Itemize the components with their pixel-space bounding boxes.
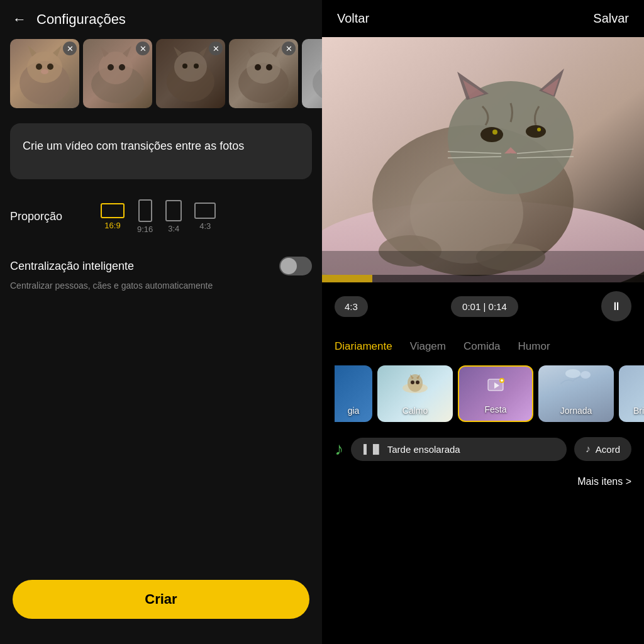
proportion-ratio-16-9: 16:9 [104,221,120,230]
tab-viagem[interactable]: Viagem [410,340,446,353]
right-header: Voltar Salvar [322,0,644,37]
aspect-badge: 4:3 [335,296,368,317]
time-current: 0:01 [462,301,480,312]
photo-thumb-5[interactable] [302,39,322,108]
theme-jornada-icon [560,369,592,391]
svg-point-41 [492,130,497,135]
photo-thumb-1[interactable]: ✕ [10,39,79,108]
more-items-section: Mais itens > [322,471,644,492]
cat-preview-image [322,37,644,282]
smart-center-title: Centralização inteligente [10,260,134,273]
remove-photo-2[interactable]: ✕ [136,42,150,55]
left-header: ← Configurações [0,0,322,39]
theme-magia[interactable]: gia [335,365,372,422]
theme-calmo-label: Calmo [402,406,428,416]
back-button[interactable]: ← [13,11,26,28]
voltar-button[interactable]: Voltar [337,11,369,26]
proportion-label: Proporção [10,210,86,223]
svg-point-4 [36,64,42,70]
toggle-knob [280,258,297,274]
svg-point-63 [565,369,580,378]
tab-diariamente[interactable]: Diariamente [335,340,392,353]
create-button[interactable]: Criar [13,580,309,619]
proportion-icon-4-3 [194,203,216,219]
svg-point-25 [266,64,272,70]
music-track-2-name: Acord [596,444,620,455]
svg-point-21 [247,52,280,84]
proportion-ratio-9-16: 9:16 [137,225,153,234]
theme-magia-label: gia [348,406,360,416]
description-text: Crie um vídeo com transições entre as fo… [23,140,244,152]
svg-point-42 [537,128,541,131]
svg-point-40 [526,125,546,138]
right-panel: Voltar Salvar [322,0,644,644]
theme-bris[interactable]: Bris [619,365,644,422]
theme-bris-label: Bris [633,406,644,416]
proportion-options: 16:9 9:16 3:4 4:3 [101,199,216,234]
smart-center-toggle[interactable] [279,257,312,275]
time-separator: | [483,301,488,312]
salvar-button[interactable]: Salvar [593,11,629,26]
page-title: Configurações [36,11,126,28]
proportion-icon-9-16 [138,199,152,222]
tab-comida[interactable]: Comida [464,340,501,353]
create-button-label: Criar [145,591,177,608]
proportion-section: Proporção 16:9 9:16 3:4 4:3 [0,184,322,244]
svg-point-39 [480,127,503,142]
music-track-1-name: Tarde ensolarada [387,444,460,455]
smart-center-row: Centralização inteligente [10,257,312,275]
theme-calmo[interactable]: Calmo [377,365,453,422]
svg-point-54 [408,374,423,392]
theme-jornada[interactable]: Jornada [538,365,614,422]
svg-point-62 [580,371,591,379]
photo-thumb-3[interactable]: ✕ [156,39,225,108]
remove-photo-4[interactable]: ✕ [282,42,296,55]
svg-point-58 [416,380,419,384]
remove-photo-3[interactable]: ✕ [209,42,223,55]
left-panel: ← Configurações ✕ ✕ [0,0,322,644]
theme-festa-icon [486,375,506,396]
proportion-ratio-3-4: 3:4 [168,224,179,233]
proportion-9-16[interactable]: 9:16 [137,199,153,234]
smart-center-section: Centralização inteligente Centralizar pe… [0,244,322,303]
svg-point-15 [174,52,207,82]
description-box: Crie um vídeo com transições entre as fo… [10,123,312,179]
music-note-icon-2: ♪ [586,443,591,455]
music-track-1[interactable]: ▌▐▌ Tarde ensolarada [351,438,567,461]
theme-festa[interactable]: Festa [458,365,533,422]
photo-thumb-4[interactable]: ✕ [229,39,298,108]
proportion-icon-3-4 [165,200,182,221]
proportion-3-4[interactable]: 3:4 [165,200,182,233]
time-display: 0:01 | 0:14 [451,296,518,317]
svg-point-24 [255,64,261,70]
music-section: ♪ ▌▐▌ Tarde ensolarada ♪ Acord [322,427,644,471]
theme-festa-label: Festa [484,404,506,414]
photo-strip: ✕ ✕ ✕ [0,39,322,118]
svg-point-8 [99,52,133,84]
svg-point-12 [119,64,125,70]
proportion-icon-16-9 [101,203,125,218]
remove-photo-1[interactable]: ✕ [63,42,77,55]
theme-calmo-icon [399,370,431,396]
theme-strip: gia Calmo Festa [322,360,644,427]
music-track-2[interactable]: ♪ Acord [574,437,631,461]
time-total: 0:14 [489,301,507,312]
svg-rect-52 [322,275,372,282]
svg-point-57 [411,380,414,384]
theme-jornada-label: Jornada [560,406,592,416]
smart-center-subtitle: Centralizar pessoas, cães e gatos automa… [10,280,312,291]
more-items-link[interactable]: Mais itens > [577,476,631,487]
tab-humor[interactable]: Humor [518,340,550,353]
svg-point-19 [194,64,199,69]
music-bar-icon: ▌▐▌ [364,444,382,454]
proportion-4-3[interactable]: 4:3 [194,203,216,231]
proportion-16-9[interactable]: 16:9 [101,203,125,230]
photo-thumb-2[interactable]: ✕ [83,39,152,108]
svg-point-18 [182,64,187,69]
svg-point-5 [47,64,53,70]
play-pause-button[interactable]: ⏸ [601,291,631,321]
playback-bar: 4:3 0:01 | 0:14 ⏸ [322,282,644,330]
svg-point-11 [108,64,114,70]
music-note-icon: ♪ [335,439,343,459]
proportion-ratio-4-3: 4:3 [199,221,211,231]
